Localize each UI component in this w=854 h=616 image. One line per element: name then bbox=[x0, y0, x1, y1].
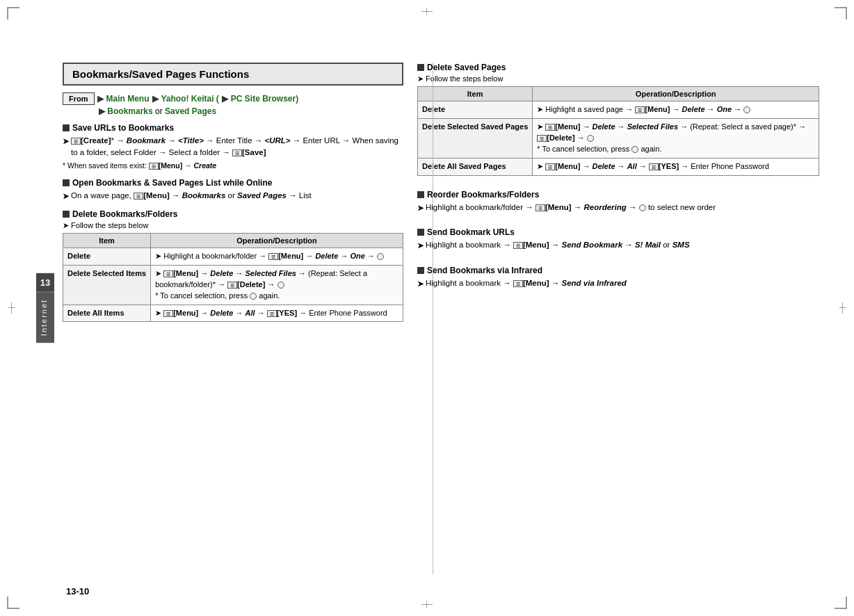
delete-bookmarks-title: Delete Bookmarks/Folders bbox=[72, 209, 177, 219]
table-row: Delete Selected Saved Pages ➤ ☰[Menu] → … bbox=[418, 118, 819, 158]
menu-icon: ☰ bbox=[71, 138, 81, 145]
menu-icon-4: ☰ bbox=[134, 193, 143, 200]
delete-saved-pages-heading: Delete Saved Pages bbox=[417, 63, 819, 72]
menu-icon-t4: ☰ bbox=[163, 310, 173, 317]
menu-icon-send: ☰ bbox=[513, 242, 523, 249]
corner-mark-tl bbox=[7, 7, 19, 19]
delete-bookmarks-section: Delete Bookmarks/Folders ➤ Follow the st… bbox=[63, 209, 403, 323]
infrared-content: ➤ Highlight a bookmark → ☰[Menu] → Send … bbox=[417, 277, 819, 290]
bullet-square-3 bbox=[63, 211, 70, 218]
menu-icon-t1: ☰ bbox=[268, 253, 278, 260]
menu-icon-r5: ☰ bbox=[649, 163, 659, 170]
chapter-label: Internet bbox=[36, 292, 54, 343]
page-number: 13-10 bbox=[66, 586, 89, 597]
nav-pc-site: PC Site Browser) bbox=[231, 94, 298, 104]
left-column: Bookmarks/Saved Pages Functions From ▶ M… bbox=[63, 63, 403, 574]
cross-left bbox=[8, 302, 15, 314]
menu-icon-t3: ☰ bbox=[227, 282, 237, 289]
bullet-square-r3 bbox=[417, 229, 424, 236]
circle-icon-t2 bbox=[277, 282, 284, 289]
bullet-square-2 bbox=[63, 179, 70, 186]
menu-icon-3: ☰ bbox=[149, 163, 159, 170]
row-label-delete: Delete bbox=[63, 248, 151, 265]
reorder-content: ➤ Highlight a bookmark/folder → ☰[Menu] … bbox=[417, 202, 819, 214]
reorder-heading: Reorder Bookmarks/Folders bbox=[417, 190, 819, 200]
arrow-char-2: ➤ bbox=[63, 191, 69, 202]
delete-bookmarks-table: Item Operation/Description Delete ➤ High… bbox=[63, 233, 403, 323]
infrared-title: Send Bookmarks via Infrared bbox=[427, 266, 542, 275]
circle-icon-t1 bbox=[377, 253, 384, 260]
row-desc-del-sel: ➤ ☰[Menu] → Delete → Selected Files → (R… bbox=[151, 265, 403, 305]
circle-icon-r1 bbox=[743, 106, 750, 113]
col-operation-r: Operation/Description bbox=[533, 87, 819, 102]
table-row: Delete ➤ Highlight a saved page → ☰[Menu… bbox=[418, 102, 819, 119]
infrared-text: Highlight a bookmark → ☰[Menu] → Send vi… bbox=[426, 277, 627, 289]
delete-saved-pages-title: Delete Saved Pages bbox=[427, 63, 506, 72]
nav-yahoo: Yahoo! Keitai ( bbox=[161, 94, 219, 104]
reorder-section: Reorder Bookmarks/Folders ➤ Highlight a … bbox=[417, 190, 819, 214]
cross-top bbox=[421, 8, 433, 15]
arrow-char-r2: ➤ bbox=[417, 240, 424, 252]
col-item: Item bbox=[63, 233, 151, 248]
reorder-step: ➤ Highlight a bookmark/folder → ☰[Menu] … bbox=[417, 202, 819, 214]
save-urls-content: ➤ ☰[Create]* → Bookmark → <Title> → Ente… bbox=[63, 135, 403, 171]
col-item-r: Item bbox=[418, 87, 533, 102]
circle-icon-r3 bbox=[631, 146, 638, 153]
nav-arrow-1: ▶ bbox=[97, 94, 104, 104]
menu-icon-infrared: ☰ bbox=[513, 280, 523, 287]
send-bookmark-content: ➤ Highlight a bookmark → ☰[Menu] → Send … bbox=[417, 239, 819, 252]
send-bookmark-section: Send Bookmark URLs ➤ Highlight a bookmar… bbox=[417, 227, 819, 252]
table-row: Delete Selected Items ➤ ☰[Menu] → Delete… bbox=[63, 265, 403, 305]
nav-arrow-3: ▶ bbox=[222, 94, 228, 104]
circle-icon-r2 bbox=[587, 135, 594, 142]
row-desc-r-delete: ➤ Highlight a saved page → ☰[Menu] → Del… bbox=[533, 102, 819, 119]
row-desc-delete: ➤ Highlight a bookmark/folder → ☰[Menu] … bbox=[151, 248, 403, 265]
right-column: Delete Saved Pages ➤ Follow the steps be… bbox=[417, 63, 819, 574]
bullet-square-r4 bbox=[417, 267, 424, 274]
corner-mark-br bbox=[835, 597, 847, 609]
save-urls-heading: Save URLs to Bookmarks bbox=[63, 123, 403, 133]
row-desc-del-all: ➤ ☰[Menu] → Delete → All → ☰[YES] → Ente… bbox=[151, 305, 403, 322]
menu-icon-r2: ☰ bbox=[545, 124, 555, 131]
col-operation: Operation/Description bbox=[151, 233, 403, 248]
delete-bookmarks-heading: Delete Bookmarks/Folders bbox=[63, 209, 403, 219]
delete-saved-follow: ➤ Follow the steps below bbox=[417, 74, 819, 83]
row-label-r-delete: Delete bbox=[418, 102, 533, 119]
delete-bookmarks-follow: ➤ Follow the steps below bbox=[63, 221, 403, 230]
bullet-square-r2 bbox=[417, 191, 424, 198]
menu-icon-r3: ☰ bbox=[537, 135, 547, 142]
menu-icon-t2: ☰ bbox=[163, 270, 173, 277]
corner-mark-bl bbox=[7, 597, 19, 609]
from-navigation: From ▶ Main Menu ▶ Yahoo! Keitai ( ▶ PC … bbox=[63, 92, 403, 105]
nav-main-menu: Main Menu bbox=[106, 94, 150, 104]
main-content: Bookmarks/Saved Pages Functions From ▶ M… bbox=[63, 63, 819, 574]
chapter-tab: 13 Internet bbox=[36, 273, 54, 343]
menu-icon-r4: ☰ bbox=[545, 163, 555, 170]
send-bookmark-heading: Send Bookmark URLs bbox=[417, 227, 819, 237]
row-desc-r-del-sel: ➤ ☰[Menu] → Delete → Selected Files → (R… bbox=[533, 118, 819, 158]
table-row: Delete ➤ Highlight a bookmark/folder → ☰… bbox=[63, 248, 403, 265]
save-urls-step: ➤ ☰[Create]* → Bookmark → <Title> → Ente… bbox=[63, 135, 403, 159]
column-divider bbox=[433, 63, 433, 574]
menu-icon-reorder: ☰ bbox=[535, 204, 545, 211]
table-row: Delete All Saved Pages ➤ ☰[Menu] → Delet… bbox=[418, 158, 819, 175]
corner-mark-tr bbox=[835, 7, 847, 19]
bullet-square-r1 bbox=[417, 64, 424, 71]
row-desc-r-del-all: ➤ ☰[Menu] → Delete → All → ☰[YES] → Ente… bbox=[533, 158, 819, 175]
row-label-del-all: Delete All Items bbox=[63, 305, 151, 322]
save-urls-section: Save URLs to Bookmarks ➤ ☰[Create]* → Bo… bbox=[63, 123, 403, 171]
send-bookmark-text: Highlight a bookmark → ☰[Menu] → Send Bo… bbox=[426, 239, 690, 251]
infrared-step: ➤ Highlight a bookmark → ☰[Menu] → Send … bbox=[417, 277, 819, 290]
chapter-number: 13 bbox=[36, 273, 54, 292]
table-row: Delete All Items ➤ ☰[Menu] → Delete → Al… bbox=[63, 305, 403, 322]
arrow-char-r1: ➤ bbox=[417, 202, 424, 214]
open-bookmarks-text: On a wave page, ☰[Menu] → Bookmarks or S… bbox=[71, 190, 312, 202]
delete-saved-table: Item Operation/Description Delete ➤ High… bbox=[417, 86, 819, 176]
open-bookmarks-content: ➤ On a wave page, ☰[Menu] → Bookmarks or… bbox=[63, 190, 403, 202]
open-bookmarks-section: Open Bookmarks & Saved Pages List while … bbox=[63, 178, 403, 202]
circle-icon-t3 bbox=[250, 293, 257, 300]
open-bookmarks-step: ➤ On a wave page, ☰[Menu] → Bookmarks or… bbox=[63, 190, 403, 202]
section-title: Bookmarks/Saved Pages Functions bbox=[63, 63, 403, 86]
save-urls-note: * When saved items exist: ☰[Menu] → Crea… bbox=[63, 161, 403, 172]
open-bookmarks-heading: Open Bookmarks & Saved Pages List while … bbox=[63, 178, 403, 188]
